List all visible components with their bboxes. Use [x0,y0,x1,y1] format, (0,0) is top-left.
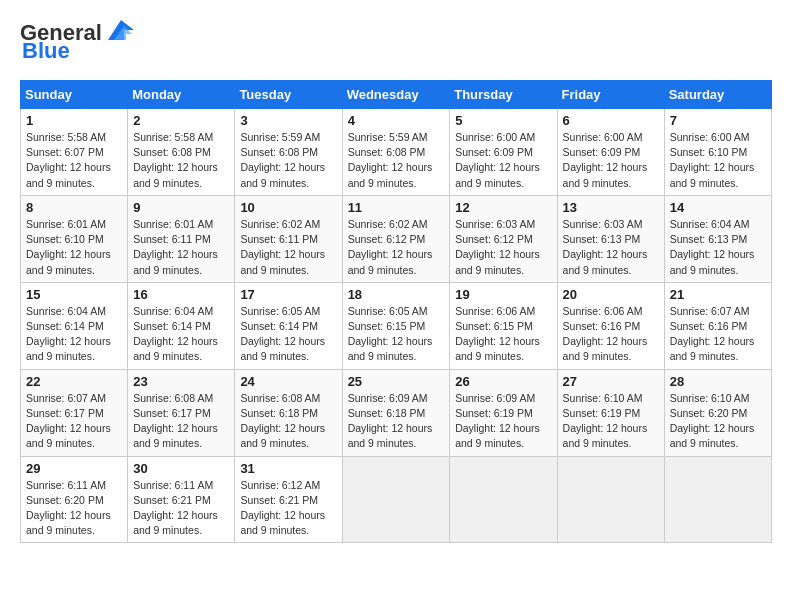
day-info: Sunrise: 6:08 AM Sunset: 6:17 PM Dayligh… [133,391,229,452]
day-number: 9 [133,200,229,215]
calendar-cell: 21 Sunrise: 6:07 AM Sunset: 6:16 PM Dayl… [664,282,771,369]
day-info: Sunrise: 6:04 AM Sunset: 6:14 PM Dayligh… [26,304,122,365]
day-info: Sunrise: 6:05 AM Sunset: 6:14 PM Dayligh… [240,304,336,365]
day-number: 28 [670,374,766,389]
calendar-cell: 30 Sunrise: 6:11 AM Sunset: 6:21 PM Dayl… [128,456,235,543]
day-number: 19 [455,287,551,302]
calendar-cell: 28 Sunrise: 6:10 AM Sunset: 6:20 PM Dayl… [664,369,771,456]
day-header-thursday: Thursday [450,81,557,109]
calendar-table: SundayMondayTuesdayWednesdayThursdayFrid… [20,80,772,543]
calendar-cell: 18 Sunrise: 6:05 AM Sunset: 6:15 PM Dayl… [342,282,450,369]
day-info: Sunrise: 5:58 AM Sunset: 6:07 PM Dayligh… [26,130,122,191]
calendar-cell: 17 Sunrise: 6:05 AM Sunset: 6:14 PM Dayl… [235,282,342,369]
day-number: 10 [240,200,336,215]
day-info: Sunrise: 5:59 AM Sunset: 6:08 PM Dayligh… [348,130,445,191]
day-info: Sunrise: 6:03 AM Sunset: 6:12 PM Dayligh… [455,217,551,278]
day-number: 22 [26,374,122,389]
day-number: 7 [670,113,766,128]
day-number: 25 [348,374,445,389]
day-info: Sunrise: 6:02 AM Sunset: 6:11 PM Dayligh… [240,217,336,278]
logo-blue-text: Blue [22,38,70,64]
calendar-cell [664,456,771,543]
calendar-cell: 29 Sunrise: 6:11 AM Sunset: 6:20 PM Dayl… [21,456,128,543]
day-header-saturday: Saturday [664,81,771,109]
calendar-cell: 12 Sunrise: 6:03 AM Sunset: 6:12 PM Dayl… [450,195,557,282]
day-number: 14 [670,200,766,215]
calendar-cell [450,456,557,543]
calendar-cell: 19 Sunrise: 6:06 AM Sunset: 6:15 PM Dayl… [450,282,557,369]
day-header-wednesday: Wednesday [342,81,450,109]
day-info: Sunrise: 6:06 AM Sunset: 6:15 PM Dayligh… [455,304,551,365]
day-info: Sunrise: 6:00 AM Sunset: 6:09 PM Dayligh… [563,130,659,191]
calendar-cell: 16 Sunrise: 6:04 AM Sunset: 6:14 PM Dayl… [128,282,235,369]
day-header-monday: Monday [128,81,235,109]
day-number: 18 [348,287,445,302]
page-header: General Blue [20,20,772,64]
day-number: 23 [133,374,229,389]
calendar-cell [342,456,450,543]
day-info: Sunrise: 6:04 AM Sunset: 6:13 PM Dayligh… [670,217,766,278]
day-info: Sunrise: 5:58 AM Sunset: 6:08 PM Dayligh… [133,130,229,191]
calendar-cell: 20 Sunrise: 6:06 AM Sunset: 6:16 PM Dayl… [557,282,664,369]
day-number: 15 [26,287,122,302]
calendar-cell: 2 Sunrise: 5:58 AM Sunset: 6:08 PM Dayli… [128,109,235,196]
calendar-cell: 25 Sunrise: 6:09 AM Sunset: 6:18 PM Dayl… [342,369,450,456]
day-header-tuesday: Tuesday [235,81,342,109]
day-info: Sunrise: 6:00 AM Sunset: 6:09 PM Dayligh… [455,130,551,191]
day-number: 27 [563,374,659,389]
calendar-week-4: 22 Sunrise: 6:07 AM Sunset: 6:17 PM Dayl… [21,369,772,456]
day-header-sunday: Sunday [21,81,128,109]
day-number: 30 [133,461,229,476]
day-info: Sunrise: 6:02 AM Sunset: 6:12 PM Dayligh… [348,217,445,278]
calendar-cell: 13 Sunrise: 6:03 AM Sunset: 6:13 PM Dayl… [557,195,664,282]
day-info: Sunrise: 6:11 AM Sunset: 6:21 PM Dayligh… [133,478,229,539]
day-number: 13 [563,200,659,215]
calendar-cell: 31 Sunrise: 6:12 AM Sunset: 6:21 PM Dayl… [235,456,342,543]
calendar-week-2: 8 Sunrise: 6:01 AM Sunset: 6:10 PM Dayli… [21,195,772,282]
day-header-friday: Friday [557,81,664,109]
calendar-cell: 24 Sunrise: 6:08 AM Sunset: 6:18 PM Dayl… [235,369,342,456]
calendar-week-1: 1 Sunrise: 5:58 AM Sunset: 6:07 PM Dayli… [21,109,772,196]
day-number: 16 [133,287,229,302]
day-info: Sunrise: 6:01 AM Sunset: 6:11 PM Dayligh… [133,217,229,278]
calendar-cell: 9 Sunrise: 6:01 AM Sunset: 6:11 PM Dayli… [128,195,235,282]
calendar-cell: 15 Sunrise: 6:04 AM Sunset: 6:14 PM Dayl… [21,282,128,369]
day-info: Sunrise: 6:01 AM Sunset: 6:10 PM Dayligh… [26,217,122,278]
day-number: 5 [455,113,551,128]
day-info: Sunrise: 6:06 AM Sunset: 6:16 PM Dayligh… [563,304,659,365]
day-number: 29 [26,461,122,476]
logo: General Blue [20,20,138,64]
day-number: 3 [240,113,336,128]
calendar-cell: 4 Sunrise: 5:59 AM Sunset: 6:08 PM Dayli… [342,109,450,196]
day-number: 26 [455,374,551,389]
day-info: Sunrise: 6:09 AM Sunset: 6:19 PM Dayligh… [455,391,551,452]
calendar-week-3: 15 Sunrise: 6:04 AM Sunset: 6:14 PM Dayl… [21,282,772,369]
calendar-cell: 10 Sunrise: 6:02 AM Sunset: 6:11 PM Dayl… [235,195,342,282]
calendar-cell: 3 Sunrise: 5:59 AM Sunset: 6:08 PM Dayli… [235,109,342,196]
day-info: Sunrise: 6:11 AM Sunset: 6:20 PM Dayligh… [26,478,122,539]
calendar-cell: 7 Sunrise: 6:00 AM Sunset: 6:10 PM Dayli… [664,109,771,196]
day-info: Sunrise: 5:59 AM Sunset: 6:08 PM Dayligh… [240,130,336,191]
day-number: 4 [348,113,445,128]
calendar-cell: 5 Sunrise: 6:00 AM Sunset: 6:09 PM Dayli… [450,109,557,196]
day-number: 24 [240,374,336,389]
day-number: 8 [26,200,122,215]
day-number: 20 [563,287,659,302]
day-number: 11 [348,200,445,215]
day-number: 17 [240,287,336,302]
day-info: Sunrise: 6:00 AM Sunset: 6:10 PM Dayligh… [670,130,766,191]
calendar-week-5: 29 Sunrise: 6:11 AM Sunset: 6:20 PM Dayl… [21,456,772,543]
day-info: Sunrise: 6:04 AM Sunset: 6:14 PM Dayligh… [133,304,229,365]
day-number: 6 [563,113,659,128]
day-number: 2 [133,113,229,128]
calendar-cell: 8 Sunrise: 6:01 AM Sunset: 6:10 PM Dayli… [21,195,128,282]
calendar-cell: 22 Sunrise: 6:07 AM Sunset: 6:17 PM Dayl… [21,369,128,456]
calendar-cell: 23 Sunrise: 6:08 AM Sunset: 6:17 PM Dayl… [128,369,235,456]
calendar-cell: 26 Sunrise: 6:09 AM Sunset: 6:19 PM Dayl… [450,369,557,456]
calendar-cell: 6 Sunrise: 6:00 AM Sunset: 6:09 PM Dayli… [557,109,664,196]
day-info: Sunrise: 6:09 AM Sunset: 6:18 PM Dayligh… [348,391,445,452]
calendar-cell: 1 Sunrise: 5:58 AM Sunset: 6:07 PM Dayli… [21,109,128,196]
day-number: 31 [240,461,336,476]
day-number: 12 [455,200,551,215]
calendar-header-row: SundayMondayTuesdayWednesdayThursdayFrid… [21,81,772,109]
